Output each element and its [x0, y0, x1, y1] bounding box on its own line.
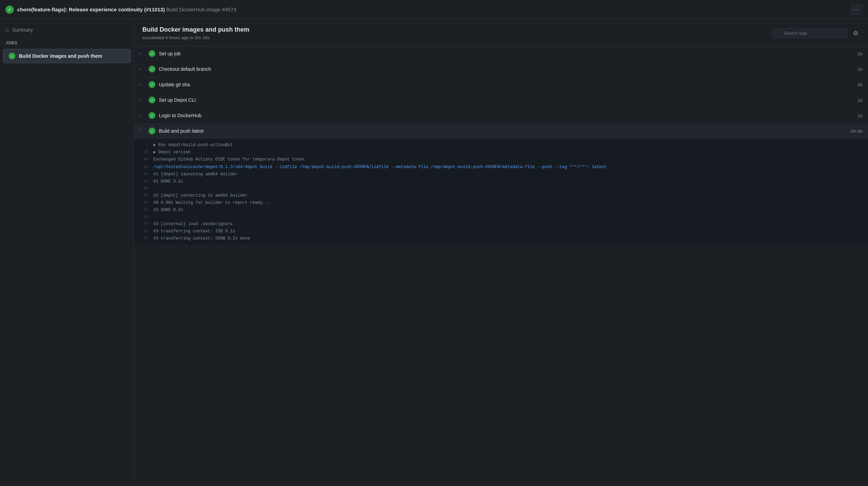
- step-name: Login to DockerHub: [159, 113, 842, 118]
- log-output: 1 ▶ Run depot/build-push-action@v1 10 ▶ …: [134, 139, 868, 245]
- step-name: Checkout default branch: [159, 66, 842, 72]
- step-name: Set up job: [159, 51, 842, 56]
- commit-title: chore(feature-flags): Release experience…: [17, 7, 165, 12]
- log-line: 21 #2 DONE 0.2s: [134, 207, 868, 214]
- top-header: ✓ chore(feature-flags): Release experien…: [0, 0, 868, 19]
- line-number: 20: [134, 200, 153, 206]
- chevron-down-icon: ˅: [140, 129, 145, 133]
- log-line: 24 #3 transferring context: 33B 0.1s: [134, 228, 868, 235]
- log-line: 25 #3 transferring context: 590B 0.2s do…: [134, 235, 868, 242]
- content-header-left: Build Docker images and push them succee…: [142, 26, 249, 40]
- log-text: #3 [internal] load .dockerignore: [153, 221, 232, 228]
- log-line: 18: [134, 185, 868, 192]
- step-row[interactable]: › ✓ Login to DockerHub 1s: [134, 108, 868, 123]
- step-row-expanded[interactable]: ˅ ✓ Build and push latest 2m 9s: [134, 123, 868, 139]
- chevron-right-icon: ›: [140, 113, 145, 118]
- step-duration: 2s: [845, 51, 862, 56]
- run-status-icon: ✓: [6, 5, 14, 14]
- step-status-icon: ✓: [149, 112, 155, 119]
- log-line: 19 #2 [depot] connecting to amd64 builde…: [134, 192, 868, 199]
- line-number: 1: [134, 142, 153, 148]
- log-line: 16 #1 [depot] launching amd64 builder: [134, 171, 868, 178]
- log-text: #3 transferring context: 590B 0.2s done: [153, 235, 250, 242]
- chevron-right-icon: ›: [140, 67, 145, 71]
- step-status-icon: ✓: [149, 97, 155, 103]
- sidebar-item-summary[interactable]: ⌂ Summary: [0, 23, 134, 36]
- step-duration: 2m 9s: [845, 129, 862, 134]
- line-number: 14: [134, 156, 153, 163]
- sidebar: ⌂ Summary Jobs ✓ Build Docker images and…: [0, 19, 134, 486]
- step-subtitle: succeeded 4 hours ago in 2m 16s: [142, 35, 209, 40]
- step-name: Update git sha: [159, 82, 842, 87]
- sidebar-item-build-docker[interactable]: ✓ Build Docker images and push them: [3, 49, 131, 63]
- line-number: 19: [134, 192, 153, 199]
- step-row[interactable]: › ✓ Update git sha 0s: [134, 77, 868, 92]
- log-text: #2 [depot] connecting to amd64 builder: [153, 192, 248, 199]
- log-text: #1 DONE 3.1s: [153, 178, 183, 185]
- step-title: Build Docker images and push them: [142, 26, 249, 33]
- summary-label: Summary: [12, 27, 33, 33]
- log-text: ▶ Depot version: [153, 149, 191, 156]
- step-duration: 0s: [845, 82, 862, 87]
- step-duration: 2s: [845, 67, 862, 72]
- step-name: Set up Depot CLI: [159, 97, 842, 103]
- step-status-icon: ✓: [149, 81, 155, 88]
- job-label: Build Docker images and push them: [19, 53, 102, 59]
- step-duration: 1s: [845, 98, 862, 103]
- line-number: 10: [134, 149, 153, 155]
- main-layout: ⌂ Summary Jobs ✓ Build Docker images and…: [0, 19, 868, 486]
- step-status-icon: ✓: [149, 50, 155, 57]
- search-logs-input[interactable]: [772, 28, 848, 38]
- log-line: 17 #1 DONE 3.1s: [134, 178, 868, 185]
- log-line: 23 #3 [internal] load .dockerignore: [134, 221, 868, 228]
- more-options-button[interactable]: ···: [850, 4, 862, 15]
- log-line: 14 Exchanged GitHub Actions OIDC token f…: [134, 156, 868, 163]
- log-text: #1 [depot] launching amd64 builder: [153, 171, 238, 178]
- log-text: #3 transferring context: 33B 0.1s: [153, 228, 235, 235]
- jobs-section-label: Jobs: [0, 38, 134, 48]
- step-status-icon: ✓: [149, 128, 155, 134]
- page-title: chore(feature-flags): Release experience…: [17, 7, 236, 12]
- step-row[interactable]: › ✓ Set up Depot CLI 1s: [134, 92, 868, 108]
- step-status-icon: ✓: [149, 66, 155, 73]
- chevron-right-icon: ›: [140, 82, 145, 87]
- run-name: Build DockerHub image #4573: [166, 7, 236, 12]
- line-number: 21: [134, 207, 153, 213]
- header-left: ✓ chore(feature-flags): Release experien…: [6, 5, 236, 14]
- line-number: 15: [134, 164, 153, 170]
- line-number: 24: [134, 228, 153, 234]
- log-text: #0 0.001 Waiting for builder to report r…: [153, 200, 270, 206]
- log-text: ▶ Run depot/build-push-action@v1: [153, 142, 232, 148]
- settings-button[interactable]: ⚙: [851, 28, 860, 38]
- line-number: 17: [134, 178, 153, 185]
- line-number: 16: [134, 171, 153, 177]
- content-area: Build Docker images and push them succee…: [134, 19, 868, 486]
- log-text: Exchanged GitHub Actions OIDC token for …: [153, 156, 304, 163]
- home-icon: ⌂: [6, 27, 9, 33]
- step-duration: 1s: [845, 113, 862, 118]
- line-number: 25: [134, 235, 153, 242]
- chevron-right-icon: ›: [140, 51, 145, 56]
- steps-list: › ✓ Set up job 2s › ✓ Checkout default b…: [134, 46, 868, 486]
- log-text: #2 DONE 0.2s: [153, 207, 183, 213]
- search-wrapper: 🔍: [772, 28, 848, 38]
- line-number: 22: [134, 214, 153, 220]
- job-status-icon: ✓: [9, 53, 15, 59]
- content-header-right: 🔍 ⚙: [772, 28, 860, 38]
- log-line: 20 #0 0.001 Waiting for builder to repor…: [134, 199, 868, 207]
- content-header: Build Docker images and push them succee…: [134, 19, 868, 46]
- log-line: 1 ▶ Run depot/build-push-action@v1: [134, 142, 868, 149]
- log-line: 22: [134, 214, 868, 221]
- line-number: 23: [134, 221, 153, 227]
- step-name: Build and push latest: [159, 128, 842, 134]
- line-number: 18: [134, 186, 153, 192]
- log-line: 15 /opt/hostedtoolcache/depot/0.1.3/x64/…: [134, 164, 868, 171]
- chevron-right-icon: ›: [140, 98, 145, 102]
- log-text-link: /opt/hostedtoolcache/depot/0.1.3/x64/dep…: [153, 164, 611, 170]
- log-line: 10 ▶ Depot version: [134, 149, 868, 156]
- step-row[interactable]: › ✓ Set up job 2s: [134, 46, 868, 62]
- step-row[interactable]: › ✓ Checkout default branch 2s: [134, 62, 868, 77]
